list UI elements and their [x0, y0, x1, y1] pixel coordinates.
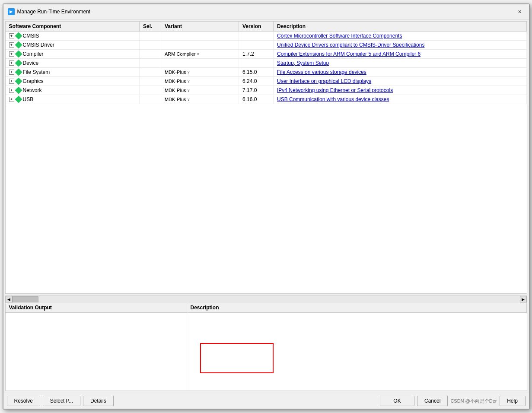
variant-text-graphics: MDK-Plus [165, 79, 186, 84]
scroll-track[interactable] [13, 296, 520, 303]
help-button[interactable]: Help [500, 396, 526, 406]
scroll-right-button[interactable]: ▶ [520, 296, 527, 303]
variant-dropdown-arrow-network: ∨ [187, 88, 190, 92]
description-link-cmsis-driver[interactable]: Unified Device Drivers compliant to CMSI… [277, 42, 424, 48]
table-header-row: Software Component Sel. Variant Version … [6, 22, 527, 32]
description-cell-cmsis-driver: Unified Device Drivers compliant to CMSI… [274, 41, 527, 50]
sel-cell-compiler [140, 50, 161, 59]
component-name-cmsis: CMSIS [23, 33, 39, 39]
resolve-button[interactable]: Resolve [7, 396, 40, 406]
footer-left-buttons: Resolve Select P... Details [7, 396, 114, 406]
sel-cell-graphics [140, 77, 161, 86]
table-row: +CompilerARM Compiler ∨1.7.2Compiler Ext… [6, 50, 527, 59]
variant-dropdown-filesystem[interactable]: MDK-Plus ∨ [165, 70, 235, 75]
close-button[interactable]: × [515, 7, 525, 16]
description-link-cmsis[interactable]: Cortex Microcontroller Software Interfac… [277, 33, 402, 39]
variant-dropdown-compiler[interactable]: ARM Compiler ∨ [165, 51, 235, 57]
col-header-sel: Sel. [140, 22, 161, 32]
variant-text-usb: MDK-Plus [165, 97, 186, 102]
description-cell-usb: USB Communication with various device cl… [274, 95, 527, 104]
select-pack-button[interactable]: Select P... [43, 396, 80, 406]
bottom-panel-body [6, 313, 527, 391]
description-link-filesystem[interactable]: File Access on various storage devices [277, 69, 366, 75]
description-link-device[interactable]: Startup, System Setup [277, 60, 329, 66]
variant-dropdown-arrow-usb: ∨ [187, 97, 190, 102]
validation-output-header: Validation Output [6, 303, 187, 312]
description-cell-compiler: Compiler Extensions for ARM Compiler 5 a… [274, 50, 527, 59]
description-link-network[interactable]: IPv4 Networking using Ethernet or Serial… [277, 87, 393, 93]
variant-text-filesystem: MDK-Plus [165, 70, 186, 75]
table-row: +CMSISCortex Microcontroller Software In… [6, 32, 527, 41]
description-cell-filesystem: File Access on various storage devices [274, 68, 527, 77]
col-header-component: Software Component [6, 22, 140, 32]
variant-cell-device [161, 59, 239, 68]
dialog-title: Manage Run-Time Environment [17, 9, 91, 15]
scroll-left-button[interactable]: ◀ [6, 296, 13, 303]
validation-output-area [6, 313, 187, 391]
component-icon-device [15, 60, 22, 67]
description-header: Description [187, 303, 527, 312]
variant-cell-compiler: ARM Compiler ∨ [161, 50, 239, 59]
col-header-variant: Variant [161, 22, 239, 32]
expand-button-device[interactable]: + [9, 60, 14, 66]
version-cell-graphics: 6.24.0 [239, 77, 274, 86]
component-cell-graphics: +Graphics [9, 78, 136, 84]
scroll-thumb[interactable] [13, 296, 38, 302]
expand-button-network[interactable]: + [9, 88, 14, 93]
table-row: +USBMDK-Plus ∨6.16.0USB Communication wi… [6, 95, 527, 104]
expand-button-graphics[interactable]: + [9, 79, 14, 84]
variant-dropdown-usb[interactable]: MDK-Plus ∨ [165, 97, 235, 102]
watermark: CSDN @小向是个Der [450, 398, 497, 404]
expand-button-compiler[interactable]: + [9, 51, 14, 57]
expand-button-filesystem[interactable]: + [9, 70, 14, 75]
variant-dropdown-graphics[interactable]: MDK-Plus ∨ [165, 79, 235, 84]
footer: Resolve Select P... Details OK Cancel CS… [3, 393, 529, 409]
bottom-panel-header: Validation Output Description [6, 303, 527, 313]
component-name-device: Device [23, 60, 39, 66]
description-link-compiler[interactable]: Compiler Extensions for ARM Compiler 5 a… [277, 51, 421, 57]
description-cell-network: IPv4 Networking using Ethernet or Serial… [274, 86, 527, 95]
variant-cell-cmsis [161, 32, 239, 41]
table-row: +CMSIS DriverUnified Device Drivers comp… [6, 41, 527, 50]
description-link-graphics[interactable]: User Interface on graphical LCD displays [277, 78, 371, 84]
manage-rte-dialog: ▶ Manage Run-Time Environment × Software… [3, 3, 530, 410]
component-name-graphics: Graphics [23, 78, 44, 84]
component-cell-network: +Network [9, 87, 136, 93]
sel-cell-filesystem [140, 68, 161, 77]
version-cell-network: 7.17.0 [239, 86, 274, 95]
bottom-panel: Validation Output Description [5, 302, 527, 391]
main-content: Software Component Sel. Variant Version … [3, 19, 529, 409]
horizontal-scrollbar[interactable]: ◀ ▶ [5, 295, 527, 302]
variant-cell-filesystem: MDK-Plus ∨ [161, 68, 239, 77]
component-icon-cmsis [15, 32, 22, 40]
ok-button[interactable]: OK [380, 396, 414, 406]
table-row: +DeviceStartup, System Setup [6, 59, 527, 68]
expand-button-usb[interactable]: + [9, 97, 14, 102]
variant-dropdown-arrow-compiler: ∨ [197, 52, 200, 56]
component-table: Software Component Sel. Variant Version … [6, 22, 527, 104]
component-cell-cmsis-driver: +CMSIS Driver [9, 42, 136, 48]
table-row: +NetworkMDK-Plus ∨7.17.0IPv4 Networking … [6, 86, 527, 95]
description-cell-graphics: User Interface on graphical LCD displays [274, 77, 527, 86]
component-cell-filesystem: +File System [9, 69, 136, 75]
footer-right-buttons: OK Cancel CSDN @小向是个Der Help [380, 396, 525, 406]
version-cell-filesystem: 6.15.0 [239, 68, 274, 77]
version-cell-device [239, 59, 274, 68]
sel-cell-cmsis-driver [140, 41, 161, 50]
version-cell-usb: 6.16.0 [239, 95, 274, 104]
component-icon-filesystem [15, 69, 22, 76]
description-link-usb[interactable]: USB Communication with various device cl… [277, 96, 389, 102]
variant-cell-cmsis-driver [161, 41, 239, 50]
cancel-button[interactable]: Cancel [417, 396, 448, 406]
variant-cell-usb: MDK-Plus ∨ [161, 95, 239, 104]
sel-cell-usb [140, 95, 161, 104]
component-icon-graphics [15, 78, 22, 85]
expand-button-cmsis[interactable]: + [9, 33, 14, 38]
variant-text-network: MDK-Plus [165, 88, 186, 93]
variant-dropdown-network[interactable]: MDK-Plus ∨ [165, 88, 235, 93]
component-name-network: Network [23, 87, 42, 93]
component-table-area[interactable]: Software Component Sel. Variant Version … [5, 21, 527, 294]
component-icon-network [15, 87, 22, 94]
expand-button-cmsis-driver[interactable]: + [9, 42, 14, 48]
details-button[interactable]: Details [83, 396, 114, 406]
